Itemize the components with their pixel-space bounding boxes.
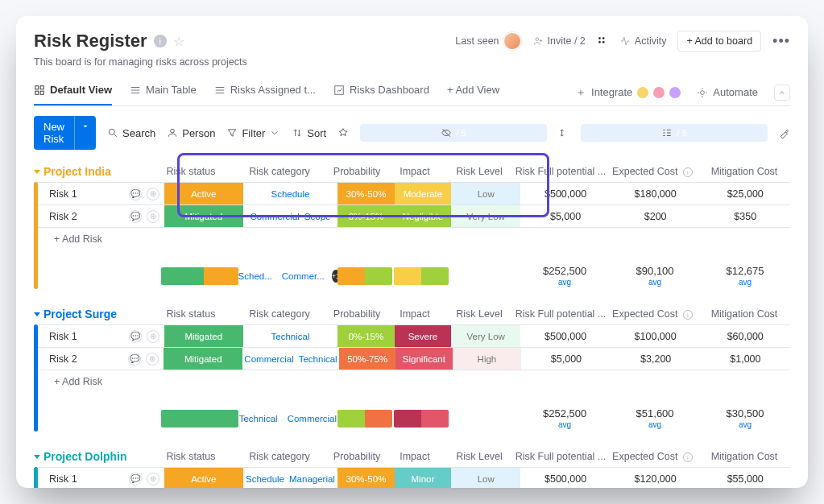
last-seen-label: Last seen — [455, 35, 499, 47]
chat-icon[interactable]: 💬 — [129, 473, 142, 485]
automate-button[interactable]: Automate — [697, 86, 758, 98]
group-title[interactable]: Project Dolphin — [34, 450, 151, 463]
integrate-button[interactable]: Integrate — [575, 86, 681, 98]
invite-button[interactable]: Invite / 2 — [532, 35, 586, 47]
collapse-panel-button[interactable] — [774, 85, 790, 101]
svg-point-12 — [171, 129, 175, 133]
person-label: Person — [182, 127, 215, 139]
svg-point-4 — [602, 41, 604, 43]
chat-icon[interactable]: 💬 — [128, 353, 141, 366]
group-summary: TechnicalCommercial $252,500avg $51,600a… — [34, 406, 790, 432]
svg-point-2 — [602, 37, 604, 39]
hide-label: / 5 — [456, 128, 466, 138]
sort-button[interactable]: Sort — [292, 127, 326, 139]
invite-label: Invite / 2 — [548, 35, 586, 47]
table-row[interactable]: Risk 1💬⊕ Mitigated Technical 0%-15% Seve… — [38, 325, 790, 348]
avatar — [503, 32, 521, 50]
tab-main-table[interactable]: Main Table — [130, 79, 197, 105]
svg-rect-6 — [40, 85, 43, 89]
chat-icon[interactable]: 💬 — [129, 188, 142, 200]
table-row[interactable]: Risk 1💬⊕ Active Schedule 30%-50% Moderat… — [38, 183, 790, 205]
search-label: Search — [122, 127, 155, 139]
new-risk-button[interactable]: New Risk — [34, 116, 96, 150]
sort-label: Sort — [307, 127, 326, 139]
svg-point-11 — [109, 129, 114, 134]
tab-risks-assigned-t-[interactable]: Risks Assigned t... — [214, 79, 316, 105]
group-project-india: Project India Risk statusRisk categoryPr… — [34, 161, 790, 289]
pin-button[interactable] — [337, 127, 349, 138]
color-button[interactable] — [779, 127, 790, 138]
expand-icon[interactable]: ⊕ — [146, 353, 159, 366]
row-height-button[interactable] — [558, 127, 569, 138]
expand-icon[interactable]: ⊕ — [147, 210, 159, 223]
add-view-button[interactable]: + Add View — [447, 79, 499, 105]
svg-point-3 — [598, 41, 600, 43]
more-icon[interactable]: ••• — [772, 33, 790, 50]
svg-point-0 — [536, 38, 539, 41]
svg-rect-5 — [35, 85, 39, 89]
expand-icon[interactable]: ⊕ — [147, 473, 159, 485]
integrate-label: Integrate — [591, 86, 632, 98]
activity-label: Activity — [635, 35, 667, 47]
board-subtitle: This board is for managing risks across … — [34, 56, 790, 68]
expand-icon[interactable]: ⊕ — [147, 330, 159, 343]
new-risk-label: New Risk — [34, 116, 74, 150]
group-title[interactable]: Project Surge — [34, 308, 151, 320]
add-to-board-button[interactable]: + Add to board — [677, 31, 761, 52]
group-project-surge: Project Surge Risk statusRisk categoryPr… — [34, 304, 790, 432]
activity-button[interactable]: Activity — [619, 35, 667, 47]
new-risk-dropdown[interactable] — [74, 116, 96, 150]
apps-button[interactable] — [597, 35, 608, 47]
group-label: / 5 — [677, 128, 687, 138]
svg-point-10 — [701, 90, 705, 94]
group-by-button[interactable]: / 5 — [581, 124, 768, 142]
favorite-icon[interactable]: ☆ — [173, 34, 184, 49]
svg-point-1 — [598, 37, 600, 39]
tab-risks-dashboard[interactable]: Risks Dashboard — [333, 79, 429, 105]
svg-rect-7 — [35, 91, 39, 94]
automate-label: Automate — [713, 86, 758, 98]
chat-icon[interactable]: 💬 — [129, 210, 142, 223]
expand-icon[interactable]: ⊕ — [147, 188, 159, 200]
chevron-down-icon[interactable] — [34, 312, 40, 316]
toolbar: New Risk Search Person Filter Sort / 5 /… — [34, 106, 790, 161]
search-button[interactable]: Search — [107, 127, 155, 139]
filter-label: Filter — [242, 127, 265, 139]
info-icon[interactable]: i — [154, 35, 167, 48]
person-filter-button[interactable]: Person — [167, 127, 215, 139]
hide-columns-button[interactable]: / 5 — [360, 124, 547, 142]
page-title: Risk Register — [34, 31, 147, 52]
table-row[interactable]: Risk 2💬⊕ Mitigated CommercialTechnical 5… — [38, 348, 790, 370]
table-row[interactable]: Risk 1💬⊕ Active ScheduleManagerial 30%-5… — [38, 468, 790, 488]
add-risk-button[interactable]: + Add Risk — [38, 228, 790, 250]
group-project-dolphin: Project Dolphin Risk statusRisk category… — [34, 446, 790, 488]
chevron-down-icon[interactable] — [34, 170, 40, 174]
filter-button[interactable]: Filter — [226, 127, 280, 139]
svg-rect-8 — [40, 91, 43, 94]
table-row[interactable]: Risk 2💬⊕ Mitigated CommercialScope 0%-15… — [38, 205, 790, 228]
last-seen[interactable]: Last seen — [455, 32, 520, 50]
group-summary: Sched...Commer...+1 $252,500avg $90,100a… — [34, 263, 790, 289]
chat-icon[interactable]: 💬 — [129, 330, 142, 343]
tab-default-view[interactable]: Default View — [34, 79, 112, 105]
group-title[interactable]: Project India — [34, 165, 151, 178]
add-risk-button[interactable]: + Add Risk — [38, 370, 790, 393]
views-tabs: Default ViewMain TableRisks Assigned t..… — [34, 79, 790, 106]
chevron-down-icon[interactable] — [34, 455, 40, 459]
